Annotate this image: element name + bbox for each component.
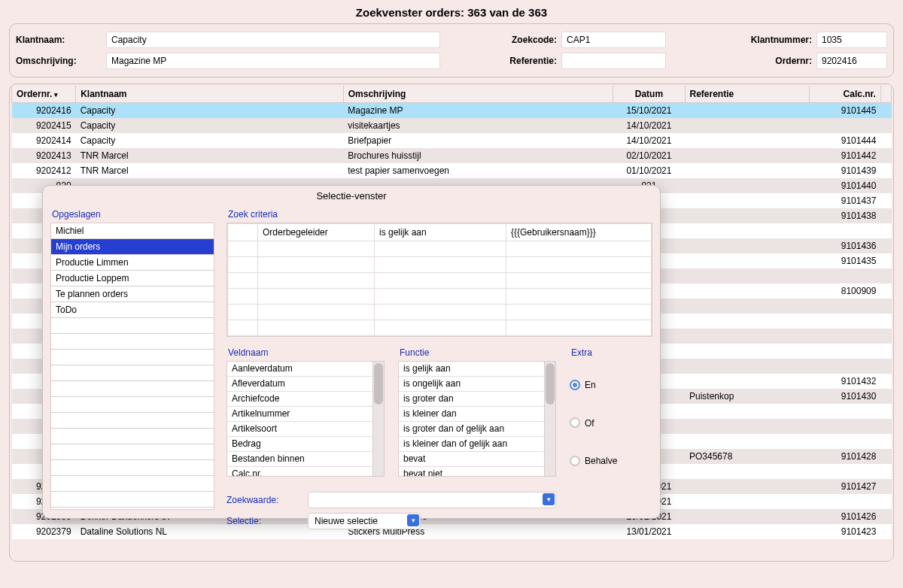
label-klantnaam: Klantnaam: bbox=[16, 35, 106, 45]
radio-en[interactable]: En bbox=[570, 379, 645, 390]
list-item[interactable]: Bestanden binnen bbox=[227, 452, 384, 467]
table-row[interactable]: 9202414CapacityBriefpapier14/10/20219101… bbox=[12, 133, 892, 148]
label-extra: Extra bbox=[571, 347, 645, 358]
label-zoekwaarde: Zoekwaarde: bbox=[227, 495, 308, 505]
chevron-down-icon[interactable]: ▾ bbox=[407, 514, 419, 526]
list-item[interactable]: Productie Limmen bbox=[51, 255, 214, 271]
chevron-down-icon[interactable]: ▾ bbox=[543, 493, 555, 505]
list-item[interactable]: Te plannen orders bbox=[51, 286, 214, 302]
label-selectie: Selectie: bbox=[227, 516, 308, 526]
crit-val[interactable]: {{{Gebruikersnaam}}} bbox=[506, 224, 652, 241]
veldnaam-list[interactable]: AanleverdatumAfleverdatumArchiefcodeArti… bbox=[227, 361, 385, 477]
list-item[interactable] bbox=[51, 508, 214, 523]
list-item[interactable]: bevat bbox=[399, 452, 555, 467]
search-form-panel: Klantnaam: Capacity Zoekcode: CAP1 Klant… bbox=[9, 23, 894, 77]
list-item[interactable]: is kleiner dan bbox=[399, 407, 555, 422]
table-row[interactable]: 9202416CapacityMagazine MP15/10/20219101… bbox=[12, 103, 892, 119]
list-item[interactable] bbox=[51, 350, 214, 365]
input-ordernr[interactable]: 9202416 bbox=[816, 53, 887, 69]
label-omschrijving: Omschrijving: bbox=[16, 56, 106, 66]
label-functie: Functie bbox=[400, 347, 556, 358]
list-item[interactable]: is gelijk aan bbox=[399, 362, 555, 377]
list-item[interactable]: Artikelsoort bbox=[227, 422, 384, 437]
dialog-title: Selectie-venster bbox=[43, 186, 660, 206]
input-zoekcode[interactable]: CAP1 bbox=[561, 32, 666, 48]
list-item[interactable]: bevat niet bbox=[399, 467, 555, 477]
list-item[interactable]: Aanleverdatum bbox=[227, 362, 384, 377]
list-item[interactable] bbox=[51, 413, 214, 429]
window-title: Zoekvenster orders: 363 van de 363 bbox=[0, 0, 903, 23]
table-row[interactable]: 9202413TNR MarcelBrochures huisstijl02/1… bbox=[12, 148, 892, 163]
list-item[interactable] bbox=[51, 381, 214, 397]
input-klantnaam[interactable]: Capacity bbox=[106, 32, 440, 48]
list-item[interactable]: Mijn orders bbox=[51, 239, 214, 255]
crit-field[interactable]: Orderbegeleider bbox=[258, 224, 375, 241]
list-item[interactable]: Afleverdatum bbox=[227, 377, 384, 392]
col-spacer bbox=[880, 86, 891, 103]
scrollbar[interactable] bbox=[544, 362, 555, 476]
list-item[interactable]: Artikelnummer bbox=[227, 407, 384, 422]
col-ordernr[interactable]: Ordernr.▾ bbox=[12, 86, 76, 103]
label-zoekcode: Zoekcode: bbox=[440, 35, 561, 45]
saved-queries-list[interactable]: MichielMijn ordersProductie LimmenProduc… bbox=[50, 223, 214, 510]
col-datum[interactable]: Datum bbox=[613, 86, 685, 103]
list-item[interactable]: Bedrag bbox=[227, 437, 384, 452]
label-ordernr: Ordernr: bbox=[666, 56, 816, 66]
list-item[interactable]: is groter dan of gelijk aan bbox=[399, 422, 555, 437]
list-item[interactable]: is groter dan bbox=[399, 392, 555, 407]
label-veldnaam: Veldnaam bbox=[228, 347, 385, 358]
crit-func[interactable]: is gelijk aan bbox=[375, 224, 506, 241]
list-item[interactable] bbox=[51, 476, 214, 492]
list-item[interactable] bbox=[51, 397, 214, 413]
list-item[interactable]: Productie Loppem bbox=[51, 271, 214, 286]
list-item[interactable] bbox=[51, 365, 214, 381]
radio-behalve[interactable]: Behalve bbox=[570, 455, 645, 466]
combo-zoekwaarde[interactable]: ▾ bbox=[308, 492, 556, 508]
list-item[interactable]: Archiefcode bbox=[227, 392, 384, 407]
input-referentie[interactable] bbox=[561, 53, 666, 69]
list-item[interactable] bbox=[51, 460, 214, 476]
functie-list[interactable]: is gelijk aanis ongelijk aanis groter da… bbox=[398, 361, 556, 477]
col-omschrijving[interactable]: Omschrijving bbox=[343, 86, 613, 103]
col-referentie[interactable]: Referentie bbox=[685, 86, 809, 103]
selection-dialog: Selectie-venster Opgeslagen MichielMijn … bbox=[42, 185, 661, 519]
input-omschrijving[interactable]: Magazine MP bbox=[106, 53, 440, 69]
radio-of[interactable]: Of bbox=[570, 417, 645, 429]
list-item[interactable]: Michiel bbox=[51, 223, 214, 239]
list-item[interactable]: is kleiner dan of gelijk aan bbox=[399, 437, 555, 452]
list-item[interactable]: is ongelijk aan bbox=[399, 377, 555, 392]
list-item[interactable] bbox=[51, 444, 214, 460]
list-item[interactable]: ToDo bbox=[51, 302, 214, 318]
scrollbar[interactable] bbox=[372, 362, 384, 476]
list-item[interactable] bbox=[51, 334, 214, 350]
label-klantnummer: Klantnummer: bbox=[666, 35, 816, 45]
criteria-grid[interactable]: Orderbegeleider is gelijk aan {{{Gebruik… bbox=[227, 223, 652, 337]
label-referentie: Referentie: bbox=[440, 56, 561, 66]
col-klantnaam[interactable]: Klantnaam bbox=[76, 86, 344, 103]
list-item[interactable] bbox=[51, 318, 214, 334]
list-item[interactable]: Calc.nr. bbox=[227, 467, 384, 477]
input-klantnummer[interactable]: 1035 bbox=[816, 32, 887, 48]
sort-desc-icon: ▾ bbox=[52, 91, 58, 99]
list-item[interactable] bbox=[51, 492, 214, 508]
table-row[interactable]: 9202415Capacityvisitekaartjes14/10/2021 bbox=[12, 118, 892, 133]
label-zoekcriteria: Zoek criteria bbox=[228, 209, 652, 220]
list-item[interactable] bbox=[51, 429, 214, 444]
col-calcnr[interactable]: Calc.nr. bbox=[809, 86, 880, 103]
table-row[interactable]: 9202412TNR Marceltest papier samenvoegen… bbox=[12, 163, 892, 178]
combo-selectie[interactable]: Nieuwe selectie ▾ bbox=[308, 513, 421, 529]
label-opgeslagen: Opgeslagen bbox=[52, 209, 214, 220]
